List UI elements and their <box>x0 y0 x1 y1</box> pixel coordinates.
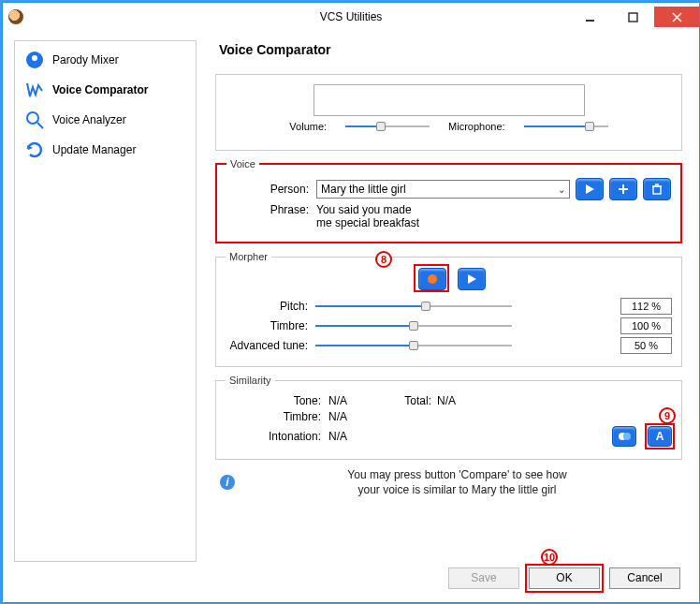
ok-button[interactable]: OK <box>529 567 600 589</box>
advanced-tune-value: 50 % <box>620 337 672 354</box>
morpher-group: Morpher 8 Pitch: 112 % Timbre: <box>215 251 682 367</box>
microphone-slider[interactable] <box>524 120 608 133</box>
person-label: Person: <box>226 183 316 196</box>
voice-analyzer-icon <box>24 110 45 130</box>
dialog-buttons: 10 Save OK Cancel <box>14 562 688 591</box>
sim-timbre-label: Timbre: <box>226 410 328 423</box>
svg-point-3 <box>32 55 37 61</box>
preview-group: Volume: Microphone: <box>215 74 682 151</box>
window-buttons <box>568 7 699 27</box>
cancel-button[interactable]: Cancel <box>609 567 680 589</box>
timbre-label: Timbre: <box>226 319 315 332</box>
pitch-label: Pitch: <box>226 300 315 313</box>
update-manager-icon <box>24 140 45 160</box>
microphone-label: Microphone: <box>448 121 505 132</box>
svg-rect-1 <box>629 13 637 22</box>
sidebar-item-voice-comparator[interactable]: Voice Comparator <box>15 75 196 105</box>
person-select[interactable]: Mary the little girl ⌄ <box>316 180 570 199</box>
record-button[interactable] <box>418 268 446 290</box>
sidebar-item-label: Update Manager <box>52 143 136 156</box>
app-icon <box>8 9 23 24</box>
sidebar-item-voice-analyzer[interactable]: Voice Analyzer <box>15 105 196 135</box>
chevron-down-icon: ⌄ <box>558 184 565 195</box>
add-voice-button[interactable] <box>609 178 637 200</box>
save-button: Save <box>448 567 519 589</box>
sidebar-item-update-manager[interactable]: Update Manager <box>15 135 196 165</box>
voice-legend: Voice <box>226 158 259 169</box>
sidebar-item-label: Voice Comparator <box>52 83 148 96</box>
pitch-slider[interactable] <box>315 300 512 313</box>
advanced-tune-slider[interactable] <box>315 339 512 352</box>
play-morphed-button[interactable] <box>458 268 486 290</box>
total-label: Total: <box>385 394 431 407</box>
svg-rect-0 <box>586 20 594 22</box>
callout-9: 9 <box>659 407 676 424</box>
svg-rect-6 <box>653 186 661 194</box>
advanced-tune-label: Advanced tune: <box>226 339 315 352</box>
titlebar: VCS Utilities <box>3 3 699 31</box>
info-icon: i <box>219 474 236 491</box>
timbre-value: 100 % <box>620 317 672 334</box>
sidebar-item-label: Voice Analyzer <box>52 113 126 126</box>
similarity-group: Similarity Tone: N/A Total: N/A Timbre: … <box>215 375 682 460</box>
hint-text: You may press button 'Compare' to see ho… <box>236 467 678 497</box>
content-area: Parody Mixer Voice Comparator Voice Anal… <box>3 31 699 602</box>
volume-slider[interactable] <box>345 120 430 133</box>
svg-point-4 <box>27 112 38 124</box>
waveform-display <box>314 84 585 116</box>
tone-label: Tone: <box>226 394 328 407</box>
close-button[interactable] <box>654 7 699 27</box>
sidebar-item-label: Parody Mixer <box>52 53 119 66</box>
callout-8: 8 <box>375 251 392 268</box>
sim-timbre-value: N/A <box>328 410 347 423</box>
volume-label: Volume: <box>289 121 327 132</box>
minimize-button[interactable] <box>568 7 611 27</box>
svg-point-7 <box>428 274 437 284</box>
tone-value: N/A <box>328 394 347 407</box>
similarity-legend: Similarity <box>226 375 275 386</box>
phrase-label: Phrase: <box>226 203 316 216</box>
maximize-button[interactable] <box>611 7 654 27</box>
svg-point-9 <box>623 433 631 440</box>
person-select-value: Mary the little girl <box>321 183 406 196</box>
main-panel: Voice Comparator Volume: Microphone: <box>197 40 688 562</box>
parody-mixer-icon <box>24 50 45 70</box>
callout-10: 10 <box>541 549 558 566</box>
intonation-label: Intonation: <box>226 430 328 443</box>
voice-comparator-icon <box>24 80 45 100</box>
app-window: VCS Utilities Parody Mixer Voice Compara… <box>3 3 699 602</box>
morpher-legend: Morpher <box>226 251 271 262</box>
sidebar: Parody Mixer Voice Comparator Voice Anal… <box>14 40 197 562</box>
total-value: N/A <box>437 394 456 407</box>
intonation-value: N/A <box>328 430 347 443</box>
svg-line-5 <box>37 123 43 128</box>
compare-button[interactable] <box>612 426 636 447</box>
voice-group: Voice Person: Mary the little girl ⌄ Phr… <box>215 158 682 243</box>
delete-voice-button[interactable] <box>643 178 671 200</box>
sidebar-item-parody-mixer[interactable]: Parody Mixer <box>15 45 196 75</box>
apply-button[interactable]: A <box>648 426 672 447</box>
timbre-slider[interactable] <box>315 319 512 332</box>
page-title: Voice Comparator <box>219 42 682 57</box>
play-sample-button[interactable] <box>576 178 604 200</box>
phrase-text: You said you made me special breakfast <box>316 203 419 229</box>
pitch-value: 112 % <box>620 298 672 315</box>
